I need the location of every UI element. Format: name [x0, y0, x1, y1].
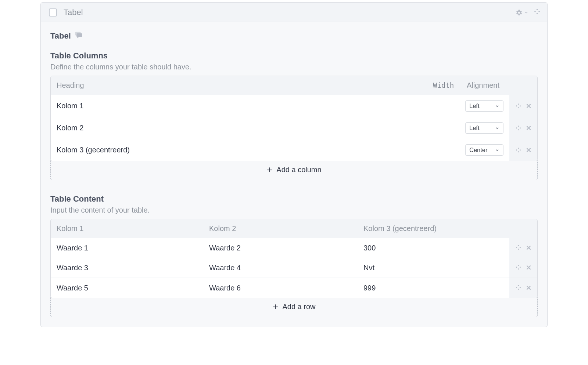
settings-dropdown[interactable] — [516, 9, 528, 16]
panel-checkbox[interactable] — [49, 8, 57, 17]
svg-point-34 — [518, 285, 519, 286]
svg-point-0 — [537, 9, 538, 10]
panel-title: Tabel — [64, 8, 516, 17]
add-column-button[interactable]: Add a column — [50, 160, 538, 180]
chevron-down-icon — [495, 126, 499, 130]
column-row: Kolom 2Left — [51, 117, 537, 139]
col-header-alignment: Alignment — [461, 76, 510, 95]
alignment-value: Left — [469, 102, 480, 109]
content-cell[interactable]: Waarde 4 — [203, 259, 358, 277]
alignment-select[interactable]: Left — [465, 122, 503, 134]
content-header-1: Kolom 1 — [51, 219, 203, 238]
content-row: Waarde 1Waarde 2300 — [51, 238, 537, 258]
column-alignment-cell: Left — [459, 95, 509, 117]
column-heading-cell[interactable]: Kolom 2 — [51, 119, 426, 137]
content-header-3: Kolom 3 (gecentreerd) — [358, 219, 510, 238]
columns-section-title: Table Columns — [50, 51, 538, 61]
col-header-width: Width — [427, 76, 461, 95]
svg-point-2 — [538, 11, 539, 12]
delete-icon[interactable] — [526, 147, 531, 153]
content-section-desc: Input the content of your table. — [50, 206, 538, 214]
delete-icon[interactable] — [526, 284, 531, 292]
alignment-select[interactable]: Left — [465, 100, 503, 112]
content-cell[interactable]: Waarde 6 — [203, 279, 358, 297]
column-alignment-cell: Center — [459, 139, 509, 161]
move-handle-icon[interactable] — [534, 8, 541, 17]
content-header-actions — [510, 219, 537, 238]
content-cell[interactable]: Waarde 1 — [51, 239, 203, 257]
drag-handle-icon[interactable] — [515, 125, 521, 131]
svg-point-23 — [516, 247, 517, 248]
svg-point-13 — [518, 129, 519, 130]
svg-point-16 — [518, 148, 519, 149]
alignment-value: Center — [469, 147, 488, 153]
columns-section-desc: Define the columns your table should hav… — [50, 63, 538, 71]
column-heading-cell[interactable]: Kolom 3 (gecentreerd) — [51, 141, 426, 159]
svg-point-12 — [520, 127, 521, 129]
content-section-title: Table Content — [50, 194, 538, 204]
config-panel: Tabel Tabel Table Columns Define the col… — [40, 2, 548, 327]
svg-point-37 — [518, 288, 519, 289]
drag-handle-icon[interactable] — [515, 147, 521, 153]
row-actions — [509, 95, 537, 117]
plus-icon — [272, 304, 279, 310]
delete-icon[interactable] — [526, 103, 531, 109]
svg-point-30 — [520, 267, 521, 268]
content-cell[interactable]: Waarde 5 — [51, 279, 203, 297]
chevron-down-icon — [495, 104, 499, 108]
delete-icon[interactable] — [526, 125, 531, 131]
alignment-select[interactable]: Center — [465, 144, 503, 156]
columns-grid-header: Heading Width Alignment — [51, 76, 537, 95]
row-actions — [509, 278, 537, 298]
add-column-label: Add a column — [276, 166, 321, 174]
svg-point-1 — [534, 11, 535, 12]
chevron-down-icon — [495, 148, 499, 152]
column-width-cell[interactable] — [426, 145, 459, 155]
comments-icon[interactable] — [75, 31, 83, 41]
chevron-down-icon — [524, 10, 528, 15]
row-actions — [509, 238, 537, 258]
svg-point-4 — [518, 104, 519, 105]
svg-point-31 — [518, 268, 519, 270]
svg-point-36 — [520, 286, 521, 288]
column-heading-cell[interactable]: Kolom 1 — [51, 97, 426, 115]
column-width-cell[interactable] — [426, 101, 459, 111]
object-title: Tabel — [50, 31, 71, 41]
content-cell[interactable]: Waarde 3 — [51, 259, 203, 277]
svg-point-35 — [516, 286, 517, 288]
content-cell[interactable]: Nvt — [358, 259, 509, 277]
delete-icon[interactable] — [526, 244, 531, 252]
column-width-cell[interactable] — [426, 123, 459, 133]
col-header-heading: Heading — [51, 76, 427, 95]
svg-point-11 — [516, 127, 517, 129]
svg-point-19 — [518, 151, 519, 152]
content-grid-header: Kolom 1 Kolom 2 Kolom 3 (gecentreerd) — [51, 219, 537, 238]
content-cell[interactable]: 300 — [358, 239, 509, 257]
row-actions — [509, 117, 537, 139]
drag-handle-icon[interactable] — [515, 244, 521, 252]
plus-icon — [266, 167, 273, 173]
svg-point-25 — [518, 249, 519, 250]
row-actions — [509, 139, 537, 161]
column-alignment-cell: Left — [459, 117, 509, 139]
column-row: Kolom 3 (gecentreerd)Center — [51, 139, 537, 161]
add-row-label: Add a row — [282, 303, 315, 311]
alignment-value: Left — [469, 124, 480, 131]
add-row-button[interactable]: Add a row — [50, 297, 538, 317]
drag-handle-icon[interactable] — [515, 103, 521, 109]
delete-icon[interactable] — [526, 264, 531, 272]
drag-handle-icon[interactable] — [515, 284, 521, 292]
content-row: Waarde 3Waarde 4Nvt — [51, 258, 537, 278]
drag-handle-icon[interactable] — [515, 264, 521, 272]
svg-point-28 — [518, 265, 519, 266]
content-cell[interactable]: 999 — [358, 279, 509, 297]
content-grid: Kolom 1 Kolom 2 Kolom 3 (gecentreerd) Wa… — [50, 219, 538, 298]
svg-point-22 — [518, 245, 519, 246]
object-title-row: Tabel — [50, 31, 538, 41]
col-header-actions — [510, 76, 537, 95]
svg-point-18 — [520, 149, 521, 151]
column-row: Kolom 1Left — [51, 95, 537, 117]
svg-point-3 — [537, 13, 538, 14]
content-cell[interactable]: Waarde 2 — [203, 239, 358, 257]
columns-grid: Heading Width Alignment Kolom 1LeftKolom… — [50, 76, 538, 161]
